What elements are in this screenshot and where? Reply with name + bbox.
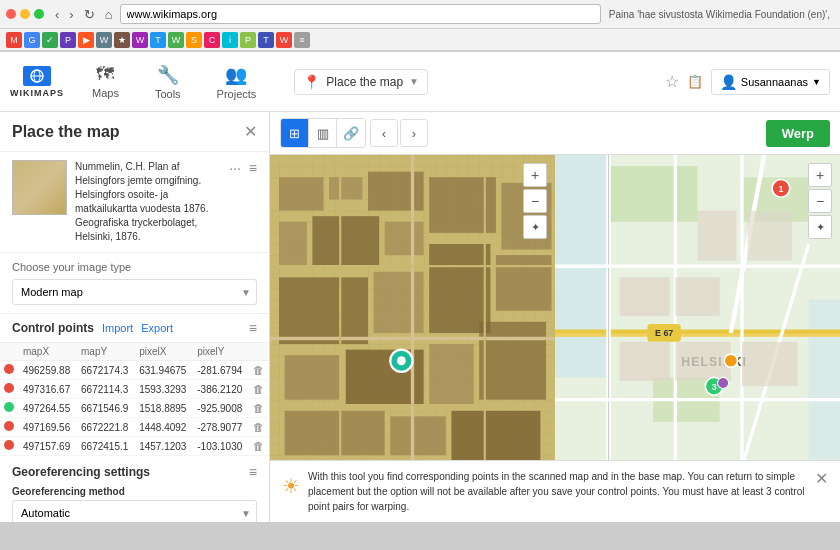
georef-menu-button[interactable]: ≡ — [249, 464, 257, 480]
header-center: 📍 Place the map ▼ — [284, 69, 644, 95]
delete-cp-button[interactable]: 🗑 — [253, 402, 264, 414]
map-menu-button[interactable]: ··· — [229, 160, 241, 176]
username-label: Susannaanas — [741, 76, 808, 88]
close-traffic-light[interactable] — [6, 9, 16, 19]
cp-pixely: -103.1030 — [193, 437, 249, 456]
bookmark-button[interactable]: ☆ — [665, 72, 679, 91]
nav-next-button[interactable]: › — [400, 119, 428, 147]
maximize-traffic-light[interactable] — [34, 9, 44, 19]
col-header-action — [249, 343, 269, 361]
cp-color-dot — [0, 361, 19, 380]
georef-title: Georeferencing settings — [12, 465, 150, 479]
ext-8[interactable]: T — [150, 32, 166, 48]
split-view-button[interactable]: ▥ — [309, 119, 337, 147]
cp-pixely: -281.6794 — [193, 361, 249, 380]
historic-fullscreen[interactable]: ✦ — [523, 215, 547, 239]
image-type-select[interactable]: Modern map — [12, 279, 257, 305]
ext-9[interactable]: W — [168, 32, 184, 48]
cp-pixelx: 1518.8895 — [135, 399, 193, 418]
cp-mapy: 6671546.9 — [77, 399, 135, 418]
forward-button[interactable]: › — [66, 6, 76, 23]
svg-rect-15 — [429, 244, 490, 333]
ext-11[interactable]: C — [204, 32, 220, 48]
delete-cp-button[interactable]: 🗑 — [253, 364, 264, 376]
back-button[interactable]: ‹ — [52, 6, 62, 23]
cp-mapx: 497169.56 — [19, 418, 77, 437]
minimize-traffic-light[interactable] — [20, 9, 30, 19]
ext-7[interactable]: W — [132, 32, 148, 48]
export-link[interactable]: Export — [141, 322, 173, 334]
delete-cp-button[interactable]: 🗑 — [253, 383, 264, 395]
cp-color-dot — [0, 418, 19, 437]
ext-12[interactable]: i — [222, 32, 238, 48]
close-sidebar-button[interactable]: ✕ — [244, 122, 257, 141]
ext-1[interactable]: G — [24, 32, 40, 48]
breadcrumb-text: Place the map — [326, 75, 403, 89]
historic-zoom-in[interactable]: + — [523, 163, 547, 187]
info-close-button[interactable]: ✕ — [815, 469, 828, 488]
logo-text: WIKIMAPS — [10, 88, 64, 98]
app-container: WIKIMAPS 🗺 Maps 🔧 Tools 👥 Projects 📍 Pla… — [0, 52, 840, 522]
table-row: 496259.88 6672174.3 631.94675 -281.6794 … — [0, 361, 269, 380]
place-map-breadcrumb[interactable]: 📍 Place the map ▼ — [294, 69, 428, 95]
nav-projects[interactable]: 👥 Projects — [209, 60, 265, 104]
maps-icon: 🗺 — [96, 64, 114, 85]
logo-icon — [23, 66, 51, 86]
cp-delete-cell: 🗑 — [249, 399, 269, 418]
ext-6[interactable]: ★ — [114, 32, 130, 48]
url-bar[interactable] — [120, 4, 601, 24]
sidebar-header: Place the map ✕ — [0, 112, 269, 152]
map-list-button[interactable]: ≡ — [249, 160, 257, 176]
home-button[interactable]: ⌂ — [102, 6, 116, 23]
svg-text:E 67: E 67 — [655, 328, 673, 338]
base-zoom-controls: + − ✦ — [808, 163, 832, 239]
svg-rect-10 — [385, 222, 424, 255]
col-header-empty — [0, 343, 19, 361]
col-header-pixely: pixelY — [193, 343, 249, 361]
browser-toolbar: ‹ › ↻ ⌂ Paina 'hae sivustosta Wikimedia … — [0, 0, 840, 29]
copy-button[interactable]: 📋 — [687, 74, 703, 89]
svg-rect-55 — [675, 277, 719, 316]
ext-5[interactable]: W — [96, 32, 112, 48]
control-points-title: Control points — [12, 321, 94, 335]
base-zoom-in[interactable]: + — [808, 163, 832, 187]
cp-delete-cell: 🗑 — [249, 418, 269, 437]
ext-15[interactable]: W — [276, 32, 292, 48]
cp-mapy: 6672174.3 — [77, 361, 135, 380]
ext-2[interactable]: ✓ — [42, 32, 58, 48]
ext-16[interactable]: ≡ — [294, 32, 310, 48]
historic-zoom-out[interactable]: − — [523, 189, 547, 213]
cp-pixely: -278.9077 — [193, 418, 249, 437]
base-fullscreen[interactable]: ✦ — [808, 215, 832, 239]
svg-rect-56 — [620, 342, 670, 381]
control-points-menu-button[interactable]: ≡ — [249, 320, 257, 336]
ext-13[interactable]: P — [240, 32, 256, 48]
svg-point-65 — [724, 354, 737, 367]
ext-4[interactable]: ▶ — [78, 32, 94, 48]
control-points-header: Control points Import Export ≡ — [0, 314, 269, 343]
nav-arrows: ‹ › — [370, 119, 428, 147]
nav-prev-button[interactable]: ‹ — [370, 119, 398, 147]
georef-method-select[interactable]: Automatic — [12, 500, 257, 522]
import-link[interactable]: Import — [102, 322, 133, 334]
ext-10[interactable]: S — [186, 32, 202, 48]
header-right: ☆ 📋 👤 Susannaanas ▼ — [665, 69, 830, 95]
nav-maps[interactable]: 🗺 Maps — [84, 60, 127, 103]
traffic-lights — [6, 9, 44, 19]
ext-gmail[interactable]: M — [6, 32, 22, 48]
ext-3[interactable]: P — [60, 32, 76, 48]
app-header: WIKIMAPS 🗺 Maps 🔧 Tools 👥 Projects 📍 Pla… — [0, 52, 840, 112]
reload-button[interactable]: ↻ — [81, 6, 98, 23]
base-zoom-out[interactable]: − — [808, 189, 832, 213]
link-view-button[interactable]: 🔗 — [337, 119, 365, 147]
delete-cp-button[interactable]: 🗑 — [253, 440, 264, 452]
ext-14[interactable]: T — [258, 32, 274, 48]
cp-pixelx: 1593.3293 — [135, 380, 193, 399]
user-menu[interactable]: 👤 Susannaanas ▼ — [711, 69, 830, 95]
svg-text:1: 1 — [778, 184, 783, 194]
warp-button[interactable]: Werp — [766, 120, 830, 147]
delete-cp-button[interactable]: 🗑 — [253, 421, 264, 433]
nav-tools[interactable]: 🔧 Tools — [147, 60, 189, 104]
sidebar-title: Place the map — [12, 123, 120, 141]
grid-view-button[interactable]: ⊞ — [281, 119, 309, 147]
